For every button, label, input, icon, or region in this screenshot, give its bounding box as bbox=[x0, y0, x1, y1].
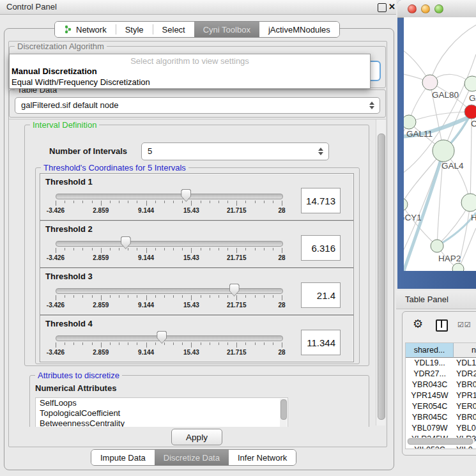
network-node-ga[interactable] bbox=[464, 76, 476, 91]
tick-mark bbox=[182, 295, 183, 298]
cell-shared-name: YER054C bbox=[406, 401, 454, 412]
zoom-traffic-light[interactable] bbox=[434, 4, 443, 13]
tick-label: -3.426 bbox=[47, 254, 65, 261]
tick-label: -3.426 bbox=[47, 302, 65, 309]
table-panel-titlebar: Table Panel bbox=[396, 291, 476, 309]
tick-mark bbox=[137, 342, 137, 345]
attribute-list-item[interactable]: BetweennessCentrality bbox=[36, 418, 288, 427]
threshold-value-field[interactable]: 11.344 bbox=[301, 330, 341, 355]
network-node-gal80[interactable] bbox=[422, 75, 438, 90]
table-row[interactable]: YBR043CYBR0 bbox=[406, 380, 476, 390]
network-node-gal4[interactable] bbox=[433, 140, 454, 162]
tick-mark bbox=[155, 248, 156, 250]
network-edge-highlighted[interactable] bbox=[404, 151, 443, 271]
settings-scroll-area: Interval Definition Number of Intervals … bbox=[9, 119, 386, 427]
threshold-slider-track[interactable] bbox=[56, 241, 283, 247]
algorithm-option-equal-width[interactable]: Equal Width/Frequency Discretization bbox=[12, 77, 150, 87]
tab-cyni-toolbox[interactable]: Cyni Toolbox bbox=[194, 22, 259, 37]
settings-scrollbar-thumb[interactable] bbox=[378, 134, 385, 420]
table-horizontal-scrollbar[interactable] bbox=[407, 438, 475, 444]
tab-label: Network bbox=[76, 25, 107, 35]
select-columns-checkboxes-icon[interactable]: ☑☑ bbox=[457, 321, 472, 329]
settings-scrollbar[interactable] bbox=[376, 119, 385, 426]
threshold-value-field[interactable]: 21.4 bbox=[301, 282, 341, 308]
apply-button[interactable]: Apply bbox=[171, 429, 222, 445]
tick-mark bbox=[137, 248, 137, 250]
tab-impute-data[interactable]: Impute Data bbox=[91, 450, 155, 465]
tab-select[interactable]: Select bbox=[153, 22, 194, 37]
tab-style[interactable]: Style bbox=[116, 22, 153, 37]
tick-mark bbox=[282, 295, 282, 300]
threshold-slider-thumb[interactable] bbox=[229, 284, 240, 296]
tick-mark bbox=[173, 295, 174, 298]
network-canvas[interactable]: GAL80GACGAL11GAL4GCY1HHAP2 bbox=[404, 17, 476, 271]
threshold-slider-thumb[interactable] bbox=[157, 331, 167, 344]
threshold-slider-track[interactable] bbox=[56, 288, 283, 294]
table-data-selected-value: galFiltered.sif default node bbox=[21, 100, 118, 110]
threshold-value-field[interactable]: 6.316 bbox=[301, 235, 341, 261]
tick-mark bbox=[65, 201, 65, 203]
tab-discretize-data[interactable]: Discretize Data bbox=[155, 450, 229, 465]
cell-name: YBR0 bbox=[456, 412, 476, 423]
cell-name: YPR1 bbox=[456, 390, 476, 401]
tab-jactivemnodules[interactable]: jActiveMNodules bbox=[259, 22, 339, 37]
threshold-panel-2: Threshold 2-3.4262.8599.14415.4321.71528… bbox=[40, 220, 354, 268]
threshold-slider-thumb[interactable] bbox=[181, 189, 191, 202]
table-row[interactable]: YDR27...YDR2 bbox=[406, 369, 476, 380]
threshold-slider-track[interactable] bbox=[56, 194, 283, 199]
cell-shared-name: YBR043C bbox=[406, 380, 454, 390]
tab-label: Cyni Toolbox bbox=[203, 25, 250, 35]
cell-name: YDR2 bbox=[456, 369, 476, 380]
network-node-gal11[interactable] bbox=[404, 115, 416, 129]
table-row[interactable]: YBL079WYBL0 bbox=[406, 423, 476, 434]
tab-network[interactable]: Network bbox=[55, 22, 116, 37]
discretization-algorithm-title: Discretization Algorithm bbox=[15, 42, 107, 51]
number-of-intervals-label: Number of Intervals bbox=[49, 146, 127, 156]
tick-mark bbox=[245, 248, 246, 250]
tick-mark bbox=[173, 248, 174, 250]
close-traffic-light[interactable] bbox=[408, 4, 417, 13]
threshold-panel-4: Threshold 4-3.4262.8599.14415.4321.71528… bbox=[40, 315, 354, 362]
tick-mark bbox=[164, 201, 165, 203]
close-panel-icon[interactable]: ✕ bbox=[388, 3, 396, 11]
table-row[interactable]: YBR045CYBR0 bbox=[406, 412, 476, 423]
network-node-c[interactable] bbox=[464, 105, 476, 119]
algorithm-option-manual[interactable]: Manual Discretization bbox=[12, 66, 97, 76]
network-node-gcy1[interactable] bbox=[404, 198, 408, 211]
split-columns-icon[interactable] bbox=[436, 319, 448, 332]
threshold-slider-thumb[interactable] bbox=[121, 236, 131, 249]
table-row[interactable]: YIL052CYIL0 bbox=[406, 445, 476, 449]
table-header-name[interactable]: na bbox=[454, 343, 476, 358]
float-window-icon[interactable] bbox=[378, 3, 387, 12]
network-node-hap2[interactable] bbox=[431, 240, 443, 252]
node-table: shared... na YDL19...YDL1YDR27...YDR2YBR… bbox=[405, 342, 476, 449]
attribute-list-item[interactable]: SelfLoops bbox=[36, 398, 288, 408]
tick-label: 21.715 bbox=[227, 254, 247, 261]
attribute-list-item[interactable]: TopologicalCoefficient bbox=[36, 408, 288, 418]
tab-infer-network[interactable]: Infer Network bbox=[229, 450, 296, 465]
table-row[interactable]: YDL19...YDL1 bbox=[406, 358, 476, 369]
number-of-intervals-spinner[interactable]: 5 bbox=[141, 142, 329, 160]
tick-mark bbox=[137, 201, 137, 203]
table-settings-gear-icon[interactable]: ⚙ bbox=[413, 318, 423, 330]
network-node[interactable] bbox=[452, 263, 464, 271]
tick-mark bbox=[146, 248, 147, 253]
tick-label: 21.715 bbox=[227, 302, 247, 309]
minimize-traffic-light[interactable] bbox=[421, 4, 430, 13]
tab-label: Style bbox=[125, 25, 144, 35]
network-node-h[interactable] bbox=[461, 194, 476, 211]
table-header-shared-name[interactable]: shared... bbox=[406, 343, 454, 358]
threshold-value-field[interactable]: 14.713 bbox=[301, 188, 341, 213]
table-row[interactable]: YPR145WYPR1 bbox=[406, 390, 476, 401]
table-panel-title: Table Panel bbox=[405, 295, 449, 304]
tick-mark bbox=[255, 342, 256, 345]
network-window-titlebar[interactable] bbox=[397, 0, 476, 18]
table-data-combobox[interactable]: galFiltered.sif default node bbox=[15, 97, 380, 114]
cell-name: YER0 bbox=[456, 401, 476, 412]
threshold-slider-track[interactable] bbox=[56, 335, 283, 341]
table-row[interactable]: YER054CYER0 bbox=[406, 401, 476, 412]
bottom-tab-bar: Impute DataDiscretize DataInfer Network bbox=[91, 449, 296, 466]
attributes-list-scrollbar[interactable] bbox=[280, 399, 287, 427]
tick-mark bbox=[137, 295, 137, 298]
tick-mark bbox=[219, 201, 219, 203]
